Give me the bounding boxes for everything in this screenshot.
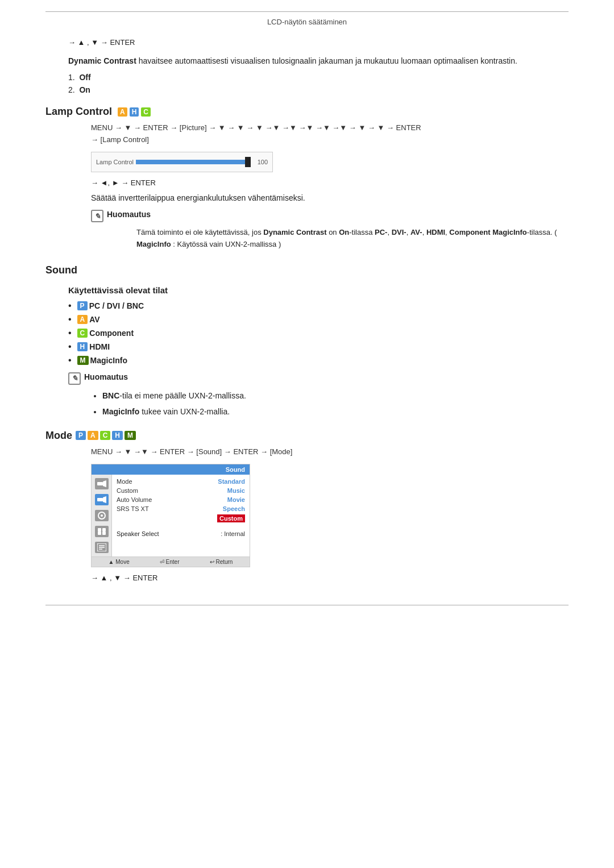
badge-a-sound: A bbox=[77, 315, 88, 324]
sound-menu-content: Mode Standard Custom Music Auto Volume M… bbox=[112, 475, 250, 556]
menu-row-custom-val: Custom bbox=[117, 514, 245, 522]
sound-item-component: C Component bbox=[68, 328, 569, 338]
sound-item-av: A AV bbox=[68, 314, 569, 325]
arrow-instruction-1: → ▲ , ▼ → ENTER bbox=[68, 38, 135, 47]
page-footer-border bbox=[45, 605, 569, 605]
sidebar-icon-2 bbox=[95, 494, 109, 505]
badge-m-sound: M bbox=[77, 356, 89, 365]
list-item-off: 1. Off bbox=[68, 73, 569, 82]
sidebar-icon-3 bbox=[95, 510, 109, 521]
list-item-on: 2. On bbox=[68, 85, 569, 94]
menu-row-speaker: Speaker Select : Internal bbox=[117, 530, 245, 537]
sidebar-icon-1 bbox=[95, 478, 109, 489]
mode-badge-c: C bbox=[100, 431, 111, 440]
sound-note-icon: ✎ bbox=[68, 372, 81, 385]
svg-rect-6 bbox=[98, 528, 101, 531]
mode-badge-m: M bbox=[125, 431, 136, 440]
menu-row-srs: SRS TS XT Speech bbox=[117, 505, 245, 512]
badge-c-sound: C bbox=[77, 329, 88, 338]
svg-rect-2 bbox=[97, 498, 103, 501]
lamp-note-box: ✎ Huomautus bbox=[91, 210, 569, 222]
dynamic-contrast-desc: Dynamic Contrast havaitsee automaattises… bbox=[68, 55, 569, 67]
lamp-control-title: Lamp Control bbox=[45, 106, 112, 118]
svg-rect-9 bbox=[102, 531, 106, 535]
lamp-note-text: Tämä toiminto ei ole käytettävissä, jos … bbox=[136, 227, 569, 251]
sidebar-icon-4 bbox=[95, 526, 109, 537]
svg-point-5 bbox=[101, 514, 103, 517]
lamp-control-arrow: → ◄, ► → ENTER bbox=[91, 178, 156, 187]
menu-row-auto-volume: Auto Volume Movie bbox=[117, 496, 245, 503]
lamp-control-slider: Lamp Control 100 bbox=[91, 152, 273, 172]
sound-menu-header-label: Sound bbox=[92, 464, 250, 475]
sound-note-item-1: BNC-tila ei mene päälle UXN-2-mallissa. bbox=[102, 389, 569, 402]
mode-arrow: → ▲ , ▼ → ENTER bbox=[91, 574, 157, 582]
badge-p-sound: P bbox=[77, 301, 88, 310]
sound-item-hdmi: H HDMI bbox=[68, 342, 569, 352]
badge-h: H bbox=[130, 107, 139, 117]
page-header: LCD-näytön säätäminen bbox=[45, 11, 569, 26]
menu-row-mode: Mode Standard bbox=[117, 478, 245, 485]
mode-menu-screenshot: Sound bbox=[91, 464, 250, 567]
svg-rect-0 bbox=[97, 482, 103, 485]
sound-menu-sidebar bbox=[92, 475, 112, 556]
sound-menu-footer: ▲ Move ⏎ Enter ↩ Return bbox=[92, 556, 250, 567]
mode-badge-p: P bbox=[76, 431, 86, 440]
lamp-control-desc: Säätää invertterilaippua energiankulutuk… bbox=[91, 192, 569, 204]
sidebar-icon-5 bbox=[95, 542, 109, 553]
lamp-control-menu-path: MENU → ▼ → ENTER → [Picture] → ▼ → ▼ → ▼… bbox=[91, 122, 569, 146]
on-off-list: 1. Off 2. On bbox=[68, 73, 569, 94]
badge-a: A bbox=[118, 107, 127, 117]
svg-marker-1 bbox=[103, 480, 106, 487]
sound-mode-list: P PC / DVI / BNC A AV C Component H HDMI… bbox=[45, 301, 569, 366]
sound-note-item-2: MagicInfo tukee vain UXN-2-mallia. bbox=[102, 405, 569, 418]
sound-item-magicinfo: M MagicInfo bbox=[68, 355, 569, 366]
mode-menu-path: MENU → ▼ →▼ → ENTER → [Sound] → ENTER → … bbox=[91, 446, 569, 458]
note-label: Huomautus bbox=[107, 210, 151, 219]
menu-row-custom: Custom Music bbox=[117, 487, 245, 494]
sound-note-box: ✎ Huomautus bbox=[68, 372, 569, 385]
mode-badge-a: A bbox=[88, 431, 98, 440]
mode-badge-h: H bbox=[112, 431, 123, 440]
sound-note-list: BNC-tila ei mene päälle UXN-2-mallissa. … bbox=[102, 389, 569, 418]
page-title: LCD-näytön säätäminen bbox=[267, 18, 347, 26]
note-icon: ✎ bbox=[91, 210, 103, 222]
mode-title: Mode bbox=[45, 430, 72, 442]
badge-h-sound: H bbox=[77, 342, 88, 351]
sound-note-label: Huomautus bbox=[84, 372, 128, 381]
sound-item-pc: P PC / DVI / BNC bbox=[68, 301, 569, 311]
svg-rect-7 bbox=[102, 528, 106, 531]
sound-title: Sound bbox=[45, 264, 77, 276]
svg-marker-3 bbox=[103, 496, 106, 503]
badge-c: C bbox=[141, 107, 151, 117]
svg-rect-8 bbox=[98, 531, 101, 535]
sound-subtitle: Käytettävissä olevat tilat bbox=[68, 285, 569, 295]
